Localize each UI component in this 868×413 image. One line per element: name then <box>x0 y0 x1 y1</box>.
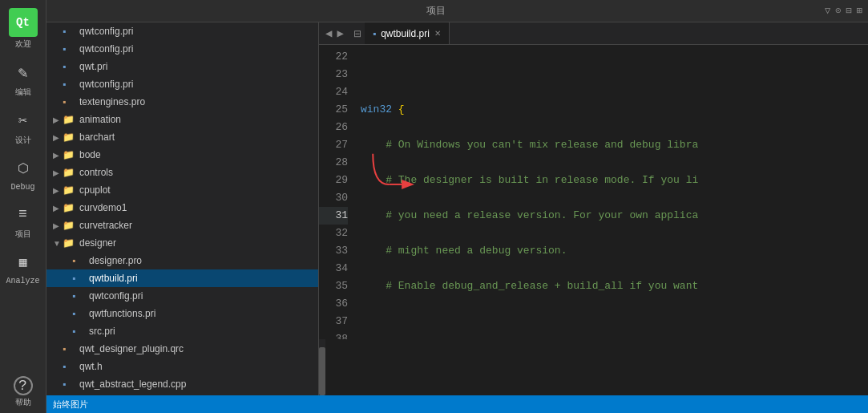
tree-item-textengines[interactable]: ▪ textengines.pro <box>46 93 318 111</box>
analyze-icon: ▦ <box>10 249 36 275</box>
tree-item-qwtconfig-pri2[interactable]: ▪ qwtconfig.pri <box>46 287 318 305</box>
line-num: 23 <box>319 66 348 83</box>
tree-item-qwth[interactable]: ▪ qwt.h <box>46 358 318 375</box>
tree-item-qwt-abstract-legend-cpp[interactable]: ▪ qwt_abstract_legend.cpp <box>46 375 318 393</box>
code-line-24: # On Windows you can't mix release and d… <box>361 136 868 154</box>
link-icon[interactable]: ⊙ <box>833 5 843 17</box>
sidebar-item-help[interactable]: ? 帮助 <box>0 371 46 413</box>
sidebar-label-help: 帮助 <box>15 397 31 408</box>
tree-item-barchart[interactable]: ▶ 📁 barchart <box>46 128 318 146</box>
edit-icon: ✎ <box>10 59 36 85</box>
tree-item-label: qwt_abstract_legend.cpp <box>79 379 186 390</box>
tree-item-qrc[interactable]: ▪ qwt_designer_plugin.qrc <box>46 340 318 358</box>
keyword-win32: win32 <box>361 101 392 119</box>
tab-close-button[interactable]: ✕ <box>434 29 441 38</box>
sidebar-label-debug: Debug <box>10 183 34 192</box>
folder-icon: 📁 <box>63 167 77 178</box>
code-line-26: # you need a release version. For your o… <box>361 207 868 225</box>
debug-icon: ⬡ <box>10 156 36 181</box>
sidebar: Qt 欢迎 ✎ 编辑 ✂ 设计 ⬡ Debug ≡ 项目 ▦ Analyze ?… <box>0 0 46 413</box>
pri-file-icon: ▪ <box>63 43 77 55</box>
folder-expand-icon: ▶ <box>53 221 63 230</box>
folder-expand-icon: ▶ <box>53 133 63 142</box>
line-num: 22 <box>319 48 348 66</box>
statusbar: 始终图片 <box>46 395 868 413</box>
tree-item-srcpri[interactable]: ▪ src.pri <box>46 322 318 340</box>
tab-file-icon: ▪ <box>373 28 376 39</box>
tree-item-animation[interactable]: ▶ 📁 animation <box>46 111 318 128</box>
tree-item-qwtfunctions[interactable]: ▪ qwtfunctions.pri <box>46 305 318 322</box>
expand-icon[interactable]: ⊞ <box>854 5 865 17</box>
sidebar-item-edit[interactable]: ✎ 编辑 <box>0 55 46 103</box>
sidebar-item-welcome[interactable]: Qt 欢迎 <box>0 3 46 55</box>
tree-item-qwtconfig2[interactable]: ▪ qwtconfig.pri <box>46 40 318 58</box>
code-line-28: # Enable debug_and_release + build_all i… <box>361 277 868 295</box>
collapse-icon[interactable]: ⊟ <box>844 5 854 17</box>
folder-expand-icon: ▶ <box>53 168 63 177</box>
sidebar-item-project[interactable]: ≡ 项目 <box>0 196 46 245</box>
folder-expand-icon: ▼ <box>53 239 63 248</box>
content-area: ▪ qwtconfig.pri ▪ qwtconfig.pri ▪ qwt.pr… <box>46 22 868 395</box>
tree-item-cpuplot[interactable]: ▶ 📁 cpuplot <box>46 181 318 199</box>
sidebar-item-design[interactable]: ✂ 设计 <box>0 103 46 151</box>
sidebar-item-debug[interactable]: ⬡ Debug <box>0 151 46 196</box>
pri-file-icon: ▪ <box>72 273 87 284</box>
editor-scrollbar[interactable] <box>319 339 325 395</box>
tree-item-label: barchart <box>79 132 115 143</box>
filter-icon[interactable]: ▽ <box>822 5 833 17</box>
pro-file-icon: ▪ <box>63 96 77 107</box>
comment-28: # Enable debug_and_release + build_all i… <box>361 277 698 295</box>
tree-item-label: qwtconfig.pri <box>79 26 133 37</box>
pri-file-icon: ▪ <box>72 308 87 319</box>
comment-27: # might need a debug version. <box>361 242 567 260</box>
tree-item-qwtconfig1[interactable]: ▪ qwtconfig.pri <box>46 22 318 40</box>
line-num: 26 <box>319 119 348 136</box>
tree-item-label: qwtconfig.pri <box>79 43 133 55</box>
tab-qwtbuild-pri[interactable]: ▪ qwtbuild.pri ✕ <box>365 22 450 44</box>
code-line-22 <box>361 66 868 83</box>
nav-next[interactable]: ▶ <box>335 26 345 40</box>
folder-expand-icon: ▶ <box>53 204 63 213</box>
main-area: 项目 ▽ ⊙ ⊟ ⊞ ▪ qwtconfig.pri ▪ qwtconfig.p… <box>46 0 868 413</box>
sidebar-label-edit: 编辑 <box>15 87 31 98</box>
folder-icon: 📁 <box>63 149 77 160</box>
editor-tabs: ◀ ▶ ⊟ ▪ qwtbuild.pri ✕ <box>319 22 868 45</box>
statusbar-text: 始终图片 <box>53 399 88 411</box>
line-num: 25 <box>319 101 348 119</box>
tree-item-controls[interactable]: ▶ 📁 controls <box>46 164 318 181</box>
sidebar-label-project: 项目 <box>15 229 31 240</box>
line-numbers: 22 23 24 25 26 27 28 29 30 31 32 33 34 3… <box>319 45 354 339</box>
tree-item-qwtbuild-pri[interactable]: ▪ qwtbuild.pri <box>46 269 318 287</box>
tree-item-designer-pro[interactable]: ▪ designer.pro <box>46 252 318 269</box>
tree-item-designer[interactable]: ▼ 📁 designer <box>46 234 318 252</box>
tree-item-label: qwtfunctions.pri <box>89 308 155 319</box>
sidebar-label-welcome: 欢迎 <box>15 38 31 50</box>
sidebar-label-analyze: Analyze <box>6 277 39 285</box>
tree-item-label: qwtbuild.pri <box>89 273 138 284</box>
tree-body[interactable]: ▪ qwtconfig.pri ▪ qwtconfig.pri ▪ qwt.pr… <box>46 22 318 395</box>
tree-item-curvdemo1[interactable]: ▶ 📁 curvdemo1 <box>46 199 318 217</box>
nav-prev[interactable]: ◀ <box>324 26 333 40</box>
tree-item-qwtpri[interactable]: ▪ qwt.pri <box>46 58 318 75</box>
tree-item-label: qwt.h <box>79 361 103 372</box>
tree-item-curvetracker[interactable]: ▶ 📁 curvetracker <box>46 217 318 234</box>
pri-file-icon: ▪ <box>63 26 77 37</box>
qrc-file-icon: ▪ <box>63 343 77 354</box>
tab-nav: ◀ ▶ <box>319 26 350 40</box>
line-num: 36 <box>319 295 348 313</box>
pri-file-icon: ▪ <box>63 79 77 90</box>
tab-overflow: ⊟ <box>350 28 365 39</box>
folder-expand-icon: ▶ <box>53 186 63 195</box>
scrollbar-thumb[interactable] <box>319 347 325 395</box>
tree-item-bode[interactable]: ▶ 📁 bode <box>46 146 318 164</box>
file-tree: ▪ qwtconfig.pri ▪ qwtconfig.pri ▪ qwt.pr… <box>46 22 319 395</box>
folder-icon: 📁 <box>63 220 77 231</box>
code-line-23: win32 { <box>361 101 868 119</box>
tree-item-qwtconfig3[interactable]: ▪ qwtconfig.pri <box>46 75 318 93</box>
sidebar-item-analyze[interactable]: ▦ Analyze <box>0 245 46 290</box>
tree-item-label: qwtconfig.pri <box>89 290 143 302</box>
code-area[interactable]: win32 { # On Windows you can't mix relea… <box>354 45 868 339</box>
line-num: 30 <box>319 189 348 207</box>
design-icon: ✂ <box>10 107 36 133</box>
folder-expand-icon: ▶ <box>53 151 63 160</box>
